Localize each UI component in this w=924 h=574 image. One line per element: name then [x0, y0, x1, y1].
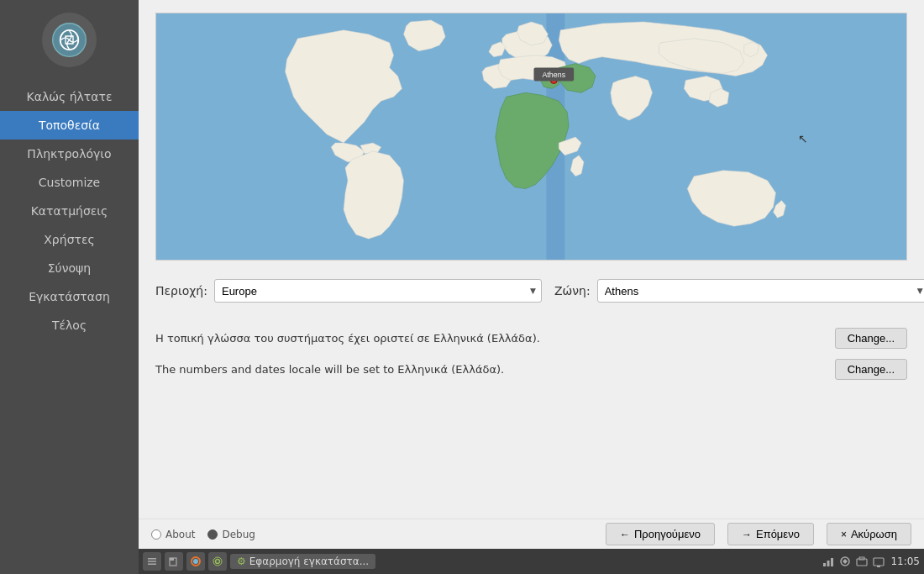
svg-rect-7: [148, 558, 156, 560]
region-group: Περιοχή: Europe America Asia Africa Aust…: [155, 279, 542, 303]
next-label: Επόμενο: [756, 528, 800, 540]
debug-radio[interactable]: [207, 529, 218, 540]
about-debug-bar: About Debug ← Προηγούμενο → Επόμενο × Ακ…: [139, 519, 924, 549]
taskbar-app-icon: ⚙: [237, 556, 246, 567]
svg-rect-18: [831, 558, 833, 566]
tray-icon-4[interactable]: [872, 555, 885, 568]
sidebar-item-summary[interactable]: Σύνοψη: [0, 254, 139, 282]
numbers-locale-text: The numbers and dates locale will be set…: [155, 363, 504, 376]
taskbar-files-icon[interactable]: [165, 552, 183, 571]
system-locale-row: Η τοπική γλώσσα του συστήματος έχει ορισ…: [155, 328, 907, 349]
sidebar-item-welcome[interactable]: Καλώς ήλτατε: [0, 82, 139, 111]
zone-group: Ζώνη: Athens London Paris Berlin Rome Ma…: [554, 279, 924, 303]
back-button[interactable]: ← Προηγούμενο: [606, 523, 715, 545]
svg-rect-16: [823, 563, 826, 566]
zone-dropdown-wrapper: Athens London Paris Berlin Rome Madrid: [597, 279, 924, 303]
about-label: About: [165, 529, 195, 540]
tray-icon-3[interactable]: [855, 555, 869, 568]
svg-point-14: [216, 560, 220, 564]
cancel-icon: ×: [841, 529, 847, 540]
svg-point-13: [193, 559, 198, 564]
cancel-button[interactable]: × Ακύρωση: [827, 523, 911, 545]
about-item[interactable]: About: [151, 529, 195, 540]
next-button[interactable]: → Επόμενο: [727, 523, 814, 545]
taskbar-menu-icon[interactable]: [143, 552, 161, 571]
sidebar-item-location[interactable]: Τοποθεσία: [0, 111, 139, 140]
cancel-label: Ακύρωση: [851, 528, 897, 540]
debug-label: Debug: [222, 529, 255, 540]
change-numbers-locale-button[interactable]: Change...: [835, 359, 907, 380]
sidebar-item-customize[interactable]: Customize: [0, 168, 139, 197]
sidebar-item-install[interactable]: Εγκατάσταση: [0, 282, 139, 311]
timezone-dropdowns: Περιοχή: Europe America Asia Africa Aust…: [155, 279, 907, 303]
svg-rect-22: [874, 558, 884, 566]
tray-icon-2[interactable]: [838, 555, 852, 568]
taskbar: ⚙ Εφαρμογή εγκατάστα...: [139, 549, 924, 574]
taskbar-tray: [822, 555, 885, 568]
change-system-locale-button[interactable]: Change...: [835, 328, 907, 349]
numbers-locale-row: The numbers and dates locale will be set…: [155, 359, 907, 380]
taskbar-browser-icon[interactable]: [186, 552, 205, 571]
sidebar-item-users[interactable]: Χρήστες: [0, 225, 139, 254]
svg-text:Athens: Athens: [542, 71, 565, 79]
tray-icon-1[interactable]: [822, 555, 835, 568]
locale-info: Η τοπική γλώσσα του συστήματος έχει ορισ…: [155, 328, 907, 506]
region-label: Περιοχή:: [155, 284, 207, 298]
taskbar-left: ⚙ Εφαρμογή εγκατάστα...: [143, 552, 822, 571]
sidebar-item-finish[interactable]: Τέλος: [0, 311, 139, 340]
sidebar-item-keyboard[interactable]: Πληκτρολόγιο: [0, 140, 139, 168]
svg-rect-11: [170, 558, 174, 561]
svg-text:↖: ↖: [798, 132, 808, 145]
sidebar-item-partitions[interactable]: Κατατμήσεις: [0, 197, 139, 225]
taskbar-clock: 11:05: [890, 556, 920, 567]
back-icon: ←: [620, 529, 630, 540]
next-icon: →: [742, 529, 752, 540]
sidebar: Καλώς ήλτατε Τοποθεσία Πληκτρολόγιο Cust…: [0, 0, 139, 574]
region-dropdown-wrapper: Europe America Asia Africa Australia Pac…: [214, 279, 542, 303]
svg-rect-9: [148, 564, 156, 566]
back-label: Προηγούμενο: [634, 528, 701, 540]
svg-rect-17: [827, 561, 830, 566]
svg-rect-8: [148, 561, 156, 562]
svg-point-15: [213, 557, 222, 566]
svg-rect-23: [877, 566, 880, 567]
taskbar-right: 11:05: [822, 555, 920, 568]
sidebar-navigation: Καλώς ήλτατε Τοποθεσία Πληκτρολόγιο Cust…: [0, 82, 139, 340]
about-radio[interactable]: [151, 529, 161, 540]
zone-label: Ζώνη:: [554, 284, 591, 298]
system-locale-text: Η τοπική γλώσσα του συστήματος έχει ορισ…: [155, 332, 540, 345]
taskbar-app-label[interactable]: ⚙ Εφαρμογή εγκατάστα...: [230, 554, 375, 569]
region-select[interactable]: Europe America Asia Africa Australia Pac…: [214, 279, 542, 303]
app-logo: [42, 13, 97, 67]
zone-select[interactable]: Athens London Paris Berlin Rome Madrid: [597, 279, 924, 303]
debug-item[interactable]: Debug: [207, 529, 255, 540]
world-map[interactable]: Athens ↖: [155, 13, 907, 261]
main-content: Athens ↖ Περιοχή: Europe America Asia Af…: [139, 0, 924, 519]
taskbar-settings-icon[interactable]: [208, 552, 227, 571]
